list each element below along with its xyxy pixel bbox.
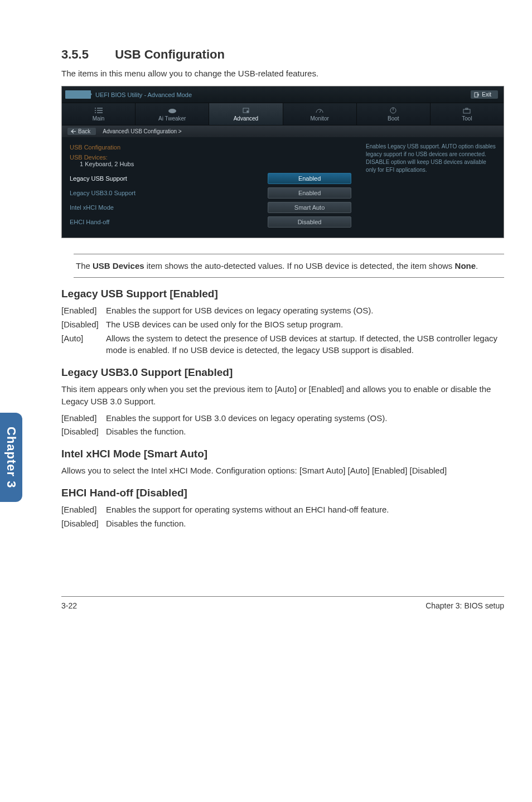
heading-legacy-usb30: Legacy USB3.0 Support [Enabled] bbox=[61, 366, 504, 379]
toolbox-icon bbox=[462, 107, 472, 114]
page-number: 3-22 bbox=[61, 601, 77, 610]
list-icon bbox=[94, 107, 104, 114]
list-item: [Enabled]Enables the support for USB 3.0… bbox=[61, 412, 504, 424]
value-ehci-handoff[interactable]: Disabled bbox=[268, 216, 351, 228]
value-legacy-usb-support[interactable]: Enabled bbox=[268, 173, 351, 184]
section-heading: 3.5.5 USB Configuration bbox=[61, 47, 504, 62]
sec2-intro: This item appears only when you set the … bbox=[61, 383, 504, 408]
tab-monitor[interactable]: Monitor bbox=[283, 103, 357, 125]
value-legacy-usb30-support[interactable]: Enabled bbox=[268, 187, 351, 199]
bios-titlebar: UEFI BIOS Utility - Advanced Mode Exit bbox=[62, 86, 504, 103]
tab-boot[interactable]: Boot bbox=[357, 103, 431, 125]
usb-devices-value: 1 Keyboard, 2 Hubs bbox=[70, 161, 351, 167]
usb-devices-label: USB Devices: bbox=[70, 154, 351, 161]
list-item: [Enabled]Enables the support for USB dev… bbox=[61, 305, 504, 317]
list-item: [Disabled]Disables the function. bbox=[61, 426, 504, 438]
chip-icon bbox=[241, 107, 251, 114]
svg-line-4 bbox=[320, 110, 321, 113]
power-icon bbox=[388, 107, 398, 114]
svg-rect-7 bbox=[463, 109, 470, 113]
svg-point-3 bbox=[246, 110, 249, 113]
svg-rect-8 bbox=[466, 108, 468, 109]
gauge-icon bbox=[315, 107, 325, 114]
bios-panel: UEFI BIOS Utility - Advanced Mode Exit M… bbox=[61, 86, 504, 238]
asus-logo bbox=[65, 90, 91, 99]
breadcrumb-path: Advanced\ USB Configuration > bbox=[103, 128, 181, 134]
heading-ehci: EHCI Hand-off [Disabled] bbox=[61, 487, 504, 499]
config-title: USB Configuration bbox=[70, 144, 351, 151]
page-footer: 3-22 Chapter 3: BIOS setup bbox=[61, 596, 504, 610]
footer-chapter: Chapter 3: BIOS setup bbox=[425, 601, 504, 610]
bios-help-pane: Enables Legacy USB support. AUTO option … bbox=[359, 137, 504, 238]
back-arrow-icon bbox=[71, 129, 76, 134]
section-title: USB Configuration bbox=[115, 47, 225, 61]
section-intro: The items in this menu allow you to chan… bbox=[61, 69, 504, 78]
heading-xhci: Intel xHCI Mode [Smart Auto] bbox=[61, 448, 504, 460]
bios-tabs: Main Ai Tweaker Advanced Monitor Boot To… bbox=[62, 103, 504, 125]
bios-title: UEFI BIOS Utility - Advanced Mode bbox=[95, 91, 192, 98]
list-item: [Auto]Allows the system to detect the pr… bbox=[61, 332, 504, 357]
list-item: [Disabled]Disables the function. bbox=[61, 518, 504, 530]
sec3-para: Allows you to select the Intel xHCI Mode… bbox=[61, 465, 504, 477]
list-item: [Enabled]Enables the support for operati… bbox=[61, 504, 504, 516]
tab-main[interactable]: Main bbox=[62, 103, 136, 125]
tab-tool[interactable]: Tool bbox=[431, 103, 504, 125]
section-number: 3.5.5 bbox=[61, 47, 112, 62]
heading-legacy-usb: Legacy USB Support [Enabled] bbox=[61, 288, 504, 300]
tab-ai-tweaker[interactable]: Ai Tweaker bbox=[136, 103, 209, 125]
bios-breadcrumb: Back Advanced\ USB Configuration > bbox=[62, 125, 504, 137]
chapter-sidetab-label: Chapter 3 bbox=[4, 427, 18, 488]
list-item: [Disabled]The USB devices can be used on… bbox=[61, 318, 504, 331]
cloud-icon bbox=[167, 107, 177, 114]
row-legacy-usb30-support[interactable]: Legacy USB3.0 Support Enabled bbox=[70, 187, 351, 199]
svg-point-1 bbox=[168, 109, 176, 113]
row-ehci-handoff[interactable]: EHCI Hand-off Disabled bbox=[70, 216, 351, 228]
row-legacy-usb-support[interactable]: Legacy USB Support Enabled bbox=[70, 173, 351, 184]
chapter-sidetab: Chapter 3 bbox=[0, 413, 22, 502]
bios-left-pane: USB Configuration USB Devices: 1 Keyboar… bbox=[62, 137, 359, 238]
row-intel-xhci-mode[interactable]: Intel xHCI Mode Smart Auto bbox=[70, 202, 351, 213]
note-block: The USB Devices item shows the auto-dete… bbox=[61, 254, 504, 278]
tab-advanced[interactable]: Advanced bbox=[209, 103, 283, 125]
value-intel-xhci-mode[interactable]: Smart Auto bbox=[268, 202, 351, 213]
back-button[interactable]: Back bbox=[67, 128, 96, 135]
exit-icon bbox=[474, 92, 480, 98]
exit-button[interactable]: Exit bbox=[471, 90, 498, 99]
note-text: The USB Devices item shows the auto-dete… bbox=[74, 254, 504, 278]
